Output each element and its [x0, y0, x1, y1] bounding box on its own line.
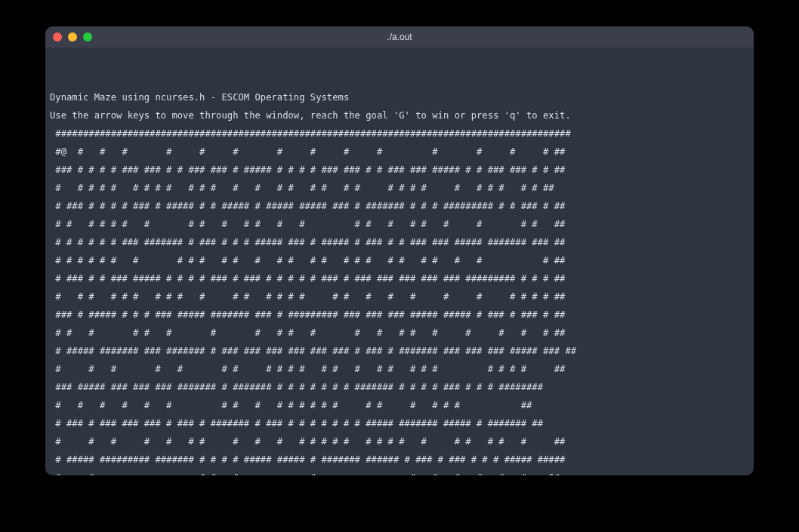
terminal-line: ### # # # # ### ### # # ### ### # ##### …	[50, 161, 749, 179]
terminal-line: # # # # # # ### ####### # ### # # # ####…	[50, 233, 749, 251]
minimize-icon[interactable]	[68, 32, 77, 42]
terminal-line: # # # # # # # # # # # # # # # # # # # # …	[50, 251, 749, 269]
terminal-line: # # # # # # # # # # # # # # # # # # # # …	[50, 432, 749, 451]
traffic-lights	[53, 32, 92, 42]
terminal-line: ########################################…	[50, 125, 749, 143]
terminal-line: #@ # # # # # # # # # # # # # # ##	[50, 143, 749, 161]
terminal-line: # ##### ######### ####### # # # # ##### …	[50, 451, 749, 469]
terminal-line: # # # # # # # # # # # # # # # # # # # # …	[50, 360, 749, 378]
terminal-line: # ### # ### ### ### # ### # ####### # ##…	[50, 414, 749, 432]
terminal-line: # ### # # ### ##### # # # # ### # ### # …	[50, 269, 749, 288]
terminal-line: # # # # # # # # # # # # # # # # # # # # …	[50, 324, 749, 342]
terminal-line: # # # # # # # # # # # # # # # # # # # # …	[50, 396, 749, 414]
terminal-line: ### ##### ### ### ### ####### # ####### …	[50, 378, 749, 396]
titlebar: ./a.out	[45, 26, 754, 48]
terminal-line: # ### # # # # ### # ##### # # ##### # ##…	[50, 197, 749, 215]
close-icon[interactable]	[53, 32, 62, 42]
window-title: ./a.out	[45, 32, 754, 42]
terminal-line: # ##### ####### ### ####### # ### ### ##…	[50, 342, 749, 360]
terminal-line: Use the arrow keys to move through the w…	[50, 106, 749, 125]
terminal-line: # # # # # # # # # # # # # # # # # # # # …	[50, 215, 749, 233]
terminal-line: # # # # # # # # # # # # # # # # # # # # …	[50, 288, 749, 306]
terminal-line: # # # # # # # # # # # # # # # # # # # # …	[50, 179, 749, 197]
zoom-icon[interactable]	[83, 32, 92, 42]
terminal-output[interactable]: Dynamic Maze using ncurses.h - ESCOM Ope…	[45, 48, 754, 475]
terminal-window: ./a.out Dynamic Maze using ncurses.h - E…	[45, 26, 754, 475]
terminal-line: Dynamic Maze using ncurses.h - ESCOM Ope…	[50, 88, 749, 106]
terminal-line: ### # ##### # # # ### ##### ####### ### …	[50, 306, 749, 324]
terminal-line: # # # # # # # # # # # # G#	[50, 469, 749, 475]
